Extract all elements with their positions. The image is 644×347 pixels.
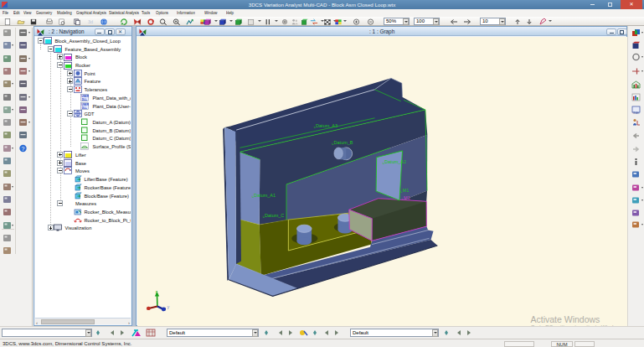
svg-text:?: ?	[22, 145, 25, 151]
svg-text:z: z	[155, 288, 157, 293]
svg-text:y: y	[167, 304, 169, 309]
svg-text:DLL: DLL	[82, 106, 87, 109]
svg-text:Activate Windows: Activate Windows	[530, 313, 600, 324]
svg-text:⌞M1: ⌞M1	[400, 187, 409, 192]
svg-text:⌞Datum_A3: ⌞Datum_A3	[313, 123, 337, 128]
svg-text:3d: 3d	[88, 19, 93, 24]
svg-text:⌞M1: ⌞M1	[401, 195, 410, 200]
svg-text:⌞Datum_B: ⌞Datum_B	[332, 139, 353, 144]
svg-text:⌞Datum_A2: ⌞Datum_A2	[382, 158, 406, 163]
svg-text:DLL: DLL	[82, 98, 87, 101]
svg-text:⌞Datum_C: ⌞Datum_C	[262, 213, 284, 218]
svg-text:⌞Datum_A1: ⌞Datum_A1	[251, 193, 276, 198]
svg-text:Gdn: Gdn	[633, 111, 640, 114]
